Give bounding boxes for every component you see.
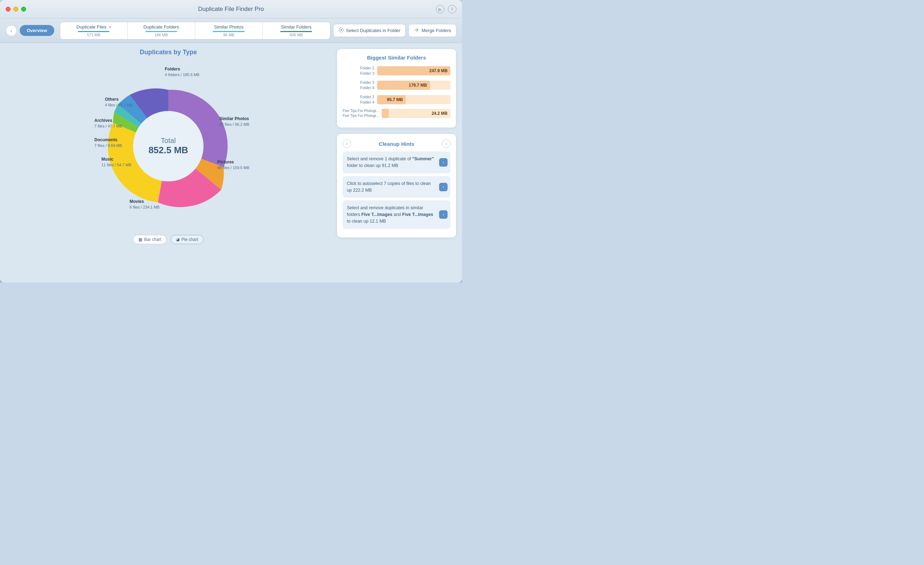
merge-folders-button[interactable]: Merge Folders	[408, 24, 456, 37]
chart-section: Duplicates by Type	[6, 49, 331, 277]
tab-similar-photos-label: Similar Photos	[214, 24, 244, 30]
folder-entry-3: Five Tips For Photogr... Five Tips For P…	[343, 108, 450, 118]
total-value: 852.5 MB	[148, 145, 188, 156]
tab-similar-folders-size: 406 MB	[290, 33, 303, 37]
select-duplicates-label: Select Duplicates in Folder	[346, 28, 401, 33]
folder-size-2: 95.7 MB	[387, 97, 403, 102]
folder-bar-container-3[interactable]: 24.2 MB	[382, 109, 450, 118]
merge-folders-label: Merge Folders	[422, 28, 451, 33]
label-movies: Movies 6 files / 234.1 MB	[130, 199, 159, 210]
tab-duplicate-folders[interactable]: Duplicate Folders 186 MB	[128, 22, 195, 39]
hint-text-2: Select and remove duplicates in similar …	[347, 205, 433, 224]
folder-names-3: Five Tips For Photogr... Five Tips For P…	[343, 108, 379, 118]
folder-bar-1: 179.7 MB	[377, 81, 430, 90]
hint-arrow-1: ›	[439, 183, 448, 191]
label-archives: Archives 7 files / 47.7 MB	[94, 118, 122, 129]
label-pictures: Pictures 88 files / 159.5 MB	[217, 159, 249, 170]
hint-arrow-0: ›	[439, 158, 448, 167]
hint-item-0[interactable]: Select and remove 1 duplicate of "Summer…	[343, 152, 450, 173]
label-others: Others 4 files / 65.1 MB	[105, 97, 133, 107]
hint-item-1[interactable]: Click to autoselect 7 copies of files to…	[343, 176, 450, 198]
tab-group: Duplicate Files ▾ 571 MB Duplicate Folde…	[60, 22, 330, 39]
bar-chart-icon: ▦	[138, 237, 142, 242]
chart-title: Duplicates by Type	[140, 49, 197, 56]
folder-entry-0: Folder 2 Folder 3 247.9 MB	[343, 66, 450, 77]
tab-similar-folders-label: Similar Folders	[281, 24, 312, 30]
bar-chart-button[interactable]: ▦ Bar chart	[133, 235, 166, 244]
tab-similar-photos[interactable]: Similar Photos 96 MB	[195, 22, 263, 39]
cleanup-hints-card: ‹ Cleanup Hints › Select and remove 1 du…	[337, 134, 456, 237]
tab-duplicate-files-size: 571 MB	[87, 33, 100, 37]
total-label: Total	[161, 137, 176, 145]
top-right-icons: i	[436, 5, 456, 14]
pie-chart-icon: ◕	[176, 237, 180, 242]
folder-bar-container-0[interactable]: 247.9 MB	[377, 66, 450, 75]
tab-bar-2	[146, 31, 177, 32]
right-panel: Biggest Similar Folders Folder 2 Folder …	[337, 49, 456, 277]
folder-names-0: Folder 2 Folder 3	[343, 66, 374, 77]
main-content: Duplicates by Type	[0, 43, 462, 282]
folder-bar-container-1[interactable]: 179.7 MB	[377, 81, 450, 90]
traffic-lights	[6, 7, 26, 12]
chart-center-text: Total 852.5 MB	[148, 137, 188, 156]
right-actions: Select Duplicates in Folder Merge Folder…	[333, 24, 456, 37]
folder-size-0: 247.9 MB	[429, 68, 448, 73]
hint-arrow-2: ›	[439, 210, 448, 219]
bar-chart-label: Bar chart	[144, 237, 161, 242]
cleanup-hints-title: Cleanup Hints	[379, 141, 414, 147]
rss-icon[interactable]	[436, 5, 444, 14]
tab-similar-folders[interactable]: Similar Folders 406 MB	[263, 22, 330, 39]
hints-prev-button[interactable]: ‹	[343, 140, 351, 148]
app-window: Duplicate File Finder Pro i ‹ Overview D…	[0, 0, 462, 282]
tab-duplicate-folders-size: 186 MB	[154, 33, 168, 37]
folder-size-3: 24.2 MB	[432, 111, 448, 116]
select-duplicates-button[interactable]: Select Duplicates in Folder	[333, 24, 406, 37]
chart-container: Folders 4 folders / 185.6 MB Similar Pho…	[84, 62, 253, 231]
folder-bar-0: 247.9 MB	[377, 66, 450, 75]
hint-text-1: Click to autoselect 7 copies of files to…	[347, 181, 430, 193]
folder-names-1: Folder 3 Folder 4	[343, 80, 374, 91]
hint-item-2[interactable]: Select and remove duplicates in similar …	[343, 200, 450, 228]
biggest-folders-title: Biggest Similar Folders	[343, 55, 450, 60]
folder-names-2: Folder 2 Folder 4	[343, 95, 374, 105]
minimize-button[interactable]	[14, 7, 18, 12]
label-folders: Folders 4 folders / 185.6 MB	[165, 66, 199, 77]
biggest-folders-card: Biggest Similar Folders Folder 2 Folder …	[337, 49, 456, 128]
folder-bar-container-2[interactable]: 95.7 MB	[377, 95, 450, 104]
hint-text-0: Select and remove 1 duplicate of "Summer…	[347, 156, 434, 168]
tab-similar-photos-size: 96 MB	[223, 33, 234, 37]
maximize-button[interactable]	[21, 7, 26, 12]
tab-duplicate-folders-label: Duplicate Folders	[143, 24, 179, 30]
pie-chart-button[interactable]: ◕ Pie chart	[171, 235, 203, 244]
window-title: Duplicate File Finder Pro	[198, 6, 264, 13]
info-icon[interactable]: i	[448, 5, 456, 14]
dropdown-arrow-icon: ▾	[109, 25, 111, 29]
merge-icon	[414, 27, 419, 34]
label-similar-photos: Similar Photos 22 files / 96.2 MB	[219, 116, 249, 127]
tab-duplicate-files-label: Duplicate Files	[76, 24, 106, 30]
folder-bar-3	[382, 109, 388, 118]
overview-label: Overview	[27, 28, 47, 33]
label-documents: Documents 7 files / 9.69 MB	[94, 137, 122, 148]
tab-duplicate-files[interactable]: Duplicate Files ▾ 571 MB	[60, 22, 128, 39]
folder-entry-1: Folder 3 Folder 4 179.7 MB	[343, 80, 450, 91]
tab-bar-4	[280, 31, 312, 32]
label-music: Music 11 files / 54.7 MB	[101, 157, 131, 167]
folder-size-1: 179.7 MB	[409, 83, 427, 88]
overview-tab[interactable]: Overview	[20, 25, 54, 36]
hints-header: ‹ Cleanup Hints ›	[343, 140, 450, 148]
svg-point-2	[340, 29, 342, 31]
tab-bar-1	[78, 31, 110, 32]
toolbar: ‹ Overview Duplicate Files ▾ 571 MB Dupl…	[0, 18, 462, 43]
svg-point-0	[438, 10, 440, 11]
folder-bar-2: 95.7 MB	[377, 95, 406, 104]
tab-bar-3	[213, 31, 244, 32]
close-button[interactable]	[6, 7, 10, 12]
pie-chart-label: Pie chart	[182, 237, 198, 242]
select-icon	[338, 27, 344, 34]
back-button[interactable]: ‹	[6, 25, 17, 36]
folder-entry-2: Folder 2 Folder 4 95.7 MB	[343, 95, 450, 105]
chart-controls: ▦ Bar chart ◕ Pie chart	[133, 235, 203, 244]
titlebar: Duplicate File Finder Pro i	[0, 0, 462, 18]
hints-next-button[interactable]: ›	[442, 140, 450, 148]
